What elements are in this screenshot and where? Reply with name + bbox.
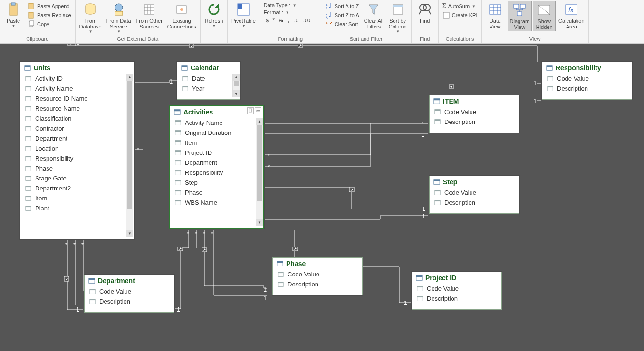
table-responsibility[interactable]: Responsibility Code ValueDescription (542, 62, 632, 100)
refresh-button[interactable]: Refresh▼ (202, 1, 225, 29)
scroll-thumb[interactable] (234, 81, 239, 86)
field-row[interactable]: Year (177, 84, 240, 94)
field-row[interactable]: Project ID (170, 148, 263, 158)
table-header[interactable]: Responsibility (542, 62, 632, 74)
field-row[interactable]: Responsibility (170, 168, 263, 178)
field-row[interactable]: Phase (20, 163, 134, 173)
table-phase[interactable]: Phase Code ValueDescription (272, 257, 363, 295)
show-hidden-button[interactable]: Show Hidden (533, 1, 556, 31)
field-row[interactable]: Description (542, 84, 632, 94)
field-row[interactable]: Code Value (412, 284, 501, 294)
field-row[interactable]: Activity ID (20, 74, 134, 84)
scroll-down-button[interactable]: ▼ (233, 90, 240, 97)
scroll-thumb[interactable] (257, 125, 262, 201)
field-row[interactable]: Department (20, 133, 134, 143)
table-step[interactable]: Step Code ValueDescription (429, 176, 519, 214)
sort-za-button[interactable]: ZASort Z to A (323, 11, 361, 19)
diagram-view-button[interactable]: Diagram View (508, 1, 532, 31)
table-header[interactable]: Activities ❐▭ (170, 106, 263, 118)
field-row[interactable]: Description (430, 198, 519, 208)
field-row[interactable]: Item (170, 138, 263, 148)
field-row[interactable]: Code Value (273, 269, 362, 279)
table-header[interactable]: Project ID (412, 272, 501, 284)
copy-button[interactable]: Copy (26, 20, 73, 28)
scroll-up-button[interactable]: ▲ (126, 74, 133, 81)
diagram-canvas[interactable]: * * 1 * * * 1 1 1 1 1 1 * * * * * * * 1 … (0, 44, 644, 351)
field-row[interactable]: WBS Name (170, 198, 263, 208)
sort-by-column-button[interactable]: Sort by Column▼ (386, 1, 409, 35)
field-row[interactable]: Code Value (542, 74, 632, 84)
scroll-thumb[interactable] (127, 81, 132, 209)
table-header[interactable]: ITEM (430, 95, 519, 107)
data-type-dropdown[interactable]: Data Type :▼ (262, 2, 319, 9)
table-projectid[interactable]: Project ID Code ValueDescription (412, 272, 502, 310)
field-row[interactable]: Code Value (430, 107, 519, 117)
field-row[interactable]: Stage Gate (20, 173, 134, 183)
field-row[interactable]: Classification (20, 114, 134, 123)
find-button[interactable]: Find (413, 1, 436, 25)
field-row[interactable]: Responsibility (20, 153, 134, 163)
table-header[interactable]: Units (20, 62, 134, 74)
scroll-down-button[interactable]: ▼ (256, 219, 263, 226)
field-row[interactable]: Department (170, 158, 263, 168)
increase-decimal-button[interactable]: .0 (292, 17, 300, 24)
calculation-area-button[interactable]: fxCalculation Area (557, 1, 586, 30)
table-header[interactable]: Phase (273, 258, 362, 269)
sort-az-button[interactable]: AZSort A to Z (323, 2, 361, 10)
format-dropdown[interactable]: Format :▼ (262, 9, 319, 16)
maximize-icon[interactable]: ❐ (247, 107, 254, 114)
pivottable-button[interactable]: PivotTable▼ (230, 1, 258, 29)
field-row[interactable]: Code Value (430, 188, 519, 198)
scroll-down-button[interactable]: ▼ (126, 230, 133, 237)
table-header[interactable]: Step (430, 176, 519, 188)
field-row[interactable]: Resource ID Name (20, 94, 134, 104)
field-row[interactable]: Description (85, 296, 174, 306)
field-row[interactable]: Item (20, 193, 134, 203)
table-activities[interactable]: Activities ❐▭ Activity NameOriginal Dura… (169, 105, 264, 229)
field-row[interactable]: Resource Name (20, 104, 134, 114)
paste-replace-button[interactable]: Paste Replace (26, 11, 73, 19)
scroll-up-button[interactable]: ▲ (233, 74, 240, 81)
scrollbar[interactable]: ▲ ▼ (256, 118, 263, 226)
field-row[interactable]: Code Value (85, 286, 174, 296)
field-row[interactable]: Original Duration (170, 128, 263, 138)
from-other-sources-button[interactable]: From Other Sources (134, 1, 164, 30)
table-item[interactable]: ITEM Code ValueDescription (429, 95, 519, 133)
autosum-button[interactable]: ΣAutoSum▼ (441, 2, 480, 10)
table-department[interactable]: Department Code ValueDescription (84, 275, 174, 313)
field-row[interactable]: Activity Name (20, 84, 134, 94)
restore-icon[interactable]: ▭ (255, 107, 261, 114)
field-row[interactable]: Department2 (20, 183, 134, 193)
table-units[interactable]: Units Activity IDActivity NameResource I… (20, 62, 134, 239)
field-row[interactable]: Description (273, 279, 362, 289)
scrollbar[interactable]: ▲ ▼ (232, 74, 240, 97)
group-view: Data View Diagram View Show Hidden fxCal… (482, 0, 589, 43)
field-row[interactable]: Location (20, 143, 134, 153)
field-row[interactable]: Plant (20, 203, 134, 213)
comma-button[interactable]: , (286, 17, 291, 24)
currency-button[interactable]: $ (264, 17, 270, 24)
paste-button[interactable]: Paste ▼ (2, 1, 25, 29)
table-header[interactable]: Calendar (177, 62, 240, 74)
decrease-decimal-button[interactable]: .00 (301, 17, 312, 24)
field-row[interactable]: Description (430, 117, 519, 127)
field-row[interactable]: Step (170, 178, 263, 188)
field-row[interactable]: Activity Name (170, 118, 263, 128)
existing-connections-button[interactable]: Existing Connections (165, 1, 198, 30)
table-header[interactable]: Department (85, 275, 174, 286)
data-view-button[interactable]: Data View (484, 1, 507, 30)
percent-button[interactable]: % (277, 17, 285, 24)
field-row[interactable]: Description (412, 294, 501, 304)
scroll-up-button[interactable]: ▲ (256, 118, 263, 125)
field-row[interactable]: Date (177, 74, 240, 84)
paste-append-button[interactable]: Paste Append (26, 2, 73, 10)
table-calendar[interactable]: Calendar DateYear ▲ ▼ (177, 62, 240, 100)
field-row[interactable]: Phase (170, 188, 263, 198)
scrollbar[interactable]: ▲ ▼ (126, 74, 133, 237)
field-row[interactable]: Contractor (20, 123, 134, 133)
clear-sort-button[interactable]: AClear Sort (323, 20, 361, 28)
clear-all-filters-button[interactable]: Clear All Filters (362, 1, 385, 30)
from-data-service-button[interactable]: From Data Service▼ (105, 1, 133, 35)
from-database-button[interactable]: From Database▼ (77, 1, 104, 35)
create-kpi-button[interactable]: Create KPI (441, 11, 480, 19)
